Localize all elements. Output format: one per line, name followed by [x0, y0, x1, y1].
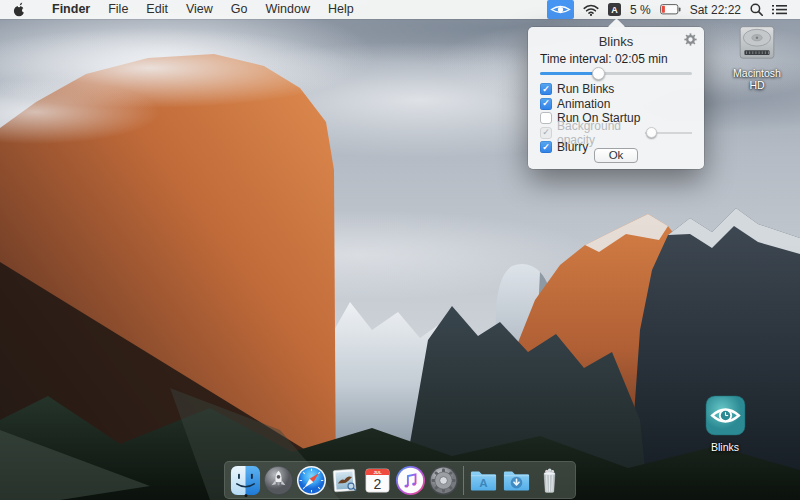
checkbox-label: Blurry: [557, 140, 588, 154]
finder-icon: [230, 465, 261, 496]
eye-icon: [550, 3, 571, 16]
menu-bar-status: A 5 % Sat 22:22: [547, 0, 800, 19]
applications-folder-icon: A: [468, 465, 499, 496]
menu-go[interactable]: Go: [222, 0, 257, 19]
row-run-blinks: Run Blinks: [540, 82, 692, 97]
dock-item-downloads-folder[interactable]: [500, 462, 533, 498]
blinks-popover: Blinks Time interval: 02:05 min: [528, 27, 704, 169]
checkbox-background-opacity: [540, 127, 552, 139]
desktop: Finder File Edit View Go Window Help: [0, 0, 800, 500]
checkbox-blurry[interactable]: [540, 141, 552, 153]
battery-percent: 5 %: [630, 3, 651, 17]
applications-glyph: A: [479, 476, 488, 489]
menu-help[interactable]: Help: [319, 0, 363, 19]
trash-full-icon: [534, 465, 565, 496]
time-interval-slider[interactable]: [540, 66, 692, 80]
slider-fill: [540, 72, 598, 75]
checkbox-label: Run Blinks: [557, 82, 614, 96]
dock-item-launchpad[interactable]: [262, 462, 295, 498]
desktop-icon-label: Macintosh HD: [727, 67, 787, 91]
menu-bar-left: Finder File Edit View Go Window Help: [0, 0, 363, 19]
dock-item-system-preferences[interactable]: [427, 462, 460, 498]
dock-item-itunes[interactable]: [394, 462, 427, 498]
dock-item-preview[interactable]: [328, 462, 361, 498]
menu-window[interactable]: Window: [256, 0, 318, 19]
calendar-month: JUL: [373, 469, 381, 474]
apple-icon: [13, 2, 26, 17]
downloads-folder-icon: [501, 465, 532, 496]
desktop-icon-macintosh-hd[interactable]: Macintosh HD: [727, 25, 787, 91]
dock: JUL 2: [224, 461, 576, 499]
desktop-icon-label: Blinks: [695, 441, 755, 453]
checkbox-label: Animation: [557, 97, 610, 111]
popover-checkboxes: Run Blinks Animation Run On Startup Back…: [540, 82, 692, 155]
checkbox-run-on-startup[interactable]: [540, 112, 552, 124]
launchpad-icon: [263, 465, 294, 496]
time-interval-label: Time interval: 02:05 min: [540, 52, 668, 66]
spotlight-icon[interactable]: [750, 3, 763, 16]
hard-drive-icon: [736, 25, 778, 62]
dock-separator: [463, 466, 464, 495]
preview-icon: [329, 465, 360, 496]
checkbox-run-blinks[interactable]: [540, 83, 552, 95]
dock-item-calendar[interactable]: JUL 2: [361, 462, 394, 498]
system-preferences-icon: [428, 465, 459, 496]
blinks-menubar-icon[interactable]: [547, 0, 574, 19]
checkbox-animation[interactable]: [540, 98, 552, 110]
row-background-opacity: Background opacity: [540, 126, 692, 141]
dock-item-finder[interactable]: [229, 462, 262, 498]
gear-icon[interactable]: [684, 32, 697, 45]
dock-item-safari[interactable]: [295, 462, 328, 498]
battery-icon[interactable]: [660, 4, 681, 15]
apple-menu[interactable]: [13, 2, 26, 17]
dock-item-applications-folder[interactable]: A: [467, 462, 500, 498]
menu-bar: Finder File Edit View Go Window Help: [0, 0, 800, 19]
menu-finder[interactable]: Finder: [43, 0, 99, 19]
calendar-icon: JUL 2: [362, 465, 393, 496]
dock-item-trash[interactable]: [533, 462, 566, 498]
notification-center-icon[interactable]: [772, 3, 787, 16]
safari-icon: [296, 465, 327, 496]
blinks-app-icon: [705, 395, 746, 436]
row-animation: Animation: [540, 97, 692, 112]
menu-edit[interactable]: Edit: [137, 0, 177, 19]
menu-view[interactable]: View: [177, 0, 222, 19]
menu-file[interactable]: File: [99, 0, 137, 19]
popover-title: Blinks: [528, 34, 704, 49]
calendar-day: 2: [374, 476, 382, 492]
ok-button[interactable]: Ok: [594, 148, 638, 163]
running-indicator: [244, 494, 247, 497]
wifi-icon[interactable]: [583, 4, 599, 16]
itunes-icon: [395, 465, 426, 496]
slider-thumb[interactable]: [592, 67, 605, 80]
desktop-icon-blinks[interactable]: Blinks: [695, 395, 755, 453]
menubar-clock[interactable]: Sat 22:22: [690, 3, 741, 17]
background-opacity-slider[interactable]: [645, 127, 692, 138]
slider-thumb[interactable]: [646, 127, 657, 138]
keyboard-layout-icon[interactable]: A: [608, 3, 621, 16]
